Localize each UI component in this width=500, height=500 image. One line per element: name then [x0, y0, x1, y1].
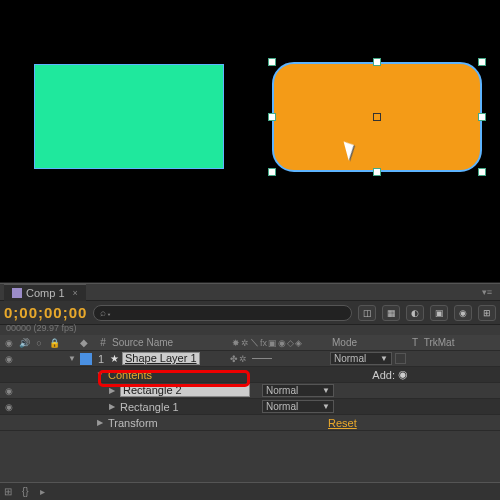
timeline-footer: ⊞ {} ▸: [0, 482, 500, 500]
twirl-right-icon[interactable]: ▶: [104, 402, 120, 411]
motion-blur-button[interactable]: ◉: [454, 305, 472, 321]
blend-mode-dropdown[interactable]: Normal ▼: [262, 384, 334, 397]
toggle-pane-icon[interactable]: ▸: [40, 486, 52, 498]
solo-toggle[interactable]: [32, 353, 46, 365]
transform-group-row[interactable]: ▶ Transform Reset: [0, 415, 500, 431]
graph-editor-button[interactable]: ⊞: [478, 305, 496, 321]
add-menu-button[interactable]: ◉: [398, 368, 408, 381]
frames-label: 00000 (29.97 fps): [0, 323, 500, 333]
label-column-icon: ◆: [80, 337, 94, 348]
comp-tab[interactable]: Comp 1 ×: [4, 284, 86, 301]
anchor-point[interactable]: [373, 113, 381, 121]
rectangle-2-row[interactable]: ◉ ▶ Rectangle 2 Normal ▼: [0, 383, 500, 399]
twirl-down-icon[interactable]: ▼: [92, 370, 108, 379]
chevron-down-icon: ▼: [380, 354, 388, 363]
layer-name[interactable]: Shape Layer 1: [122, 352, 200, 365]
header-trkmat: TrkMat: [424, 337, 455, 348]
selection-handle[interactable]: [268, 58, 276, 66]
shape-group-name[interactable]: Rectangle 2: [120, 384, 250, 397]
draft3d-button[interactable]: ▦: [382, 305, 400, 321]
shy-button[interactable]: ◐: [406, 305, 424, 321]
shape-group-name[interactable]: Rectangle 1: [120, 401, 250, 413]
timeline-controls: 0;00;00;00 ⌕▾ ◫ ▦ ◐ ▣ ◉ ⊞: [0, 301, 500, 325]
column-headers: ◉ 🔊 ○ 🔒 ◆ # Source Name ✸✲＼fx▣◉◇◈ Mode T…: [0, 335, 500, 351]
mode-value: Normal: [266, 401, 298, 412]
twirl-down-icon[interactable]: ▼: [64, 354, 80, 363]
timeline-panel: Comp 1 × ▾≡ 0;00;00;00 ⌕▾ ◫ ▦ ◐ ▣ ◉ ⊞ 00…: [0, 282, 500, 500]
header-index: #: [94, 337, 112, 348]
contents-group-row[interactable]: ▼ Contents Add: ◉: [0, 367, 500, 383]
video-toggle[interactable]: ◉: [2, 353, 16, 365]
audio-toggle[interactable]: [17, 353, 31, 365]
twirl-right-icon[interactable]: ▶: [104, 386, 120, 395]
selection-handle[interactable]: [373, 58, 381, 66]
chevron-down-icon: ▼: [322, 402, 330, 411]
comp-mini-flowchart-button[interactable]: ◫: [358, 305, 376, 321]
mode-value: Normal: [266, 385, 298, 396]
header-source-name[interactable]: Source Name: [112, 337, 232, 348]
blend-mode-dropdown[interactable]: Normal ▼: [262, 400, 334, 413]
mode-value: Normal: [334, 353, 366, 364]
selection-handle[interactable]: [478, 58, 486, 66]
close-icon[interactable]: ×: [73, 288, 78, 298]
twirl-right-icon[interactable]: ▶: [92, 418, 108, 427]
chevron-down-icon: ▼: [322, 386, 330, 395]
solo-column-icon: ○: [32, 337, 46, 349]
video-column-icon: ◉: [2, 337, 16, 349]
transform-label: Transform: [108, 417, 228, 429]
selection-handle[interactable]: [268, 168, 276, 176]
header-mode: Mode: [332, 337, 412, 348]
layer-color-label[interactable]: [80, 353, 92, 365]
selection-handle[interactable]: [268, 113, 276, 121]
composition-icon: [12, 288, 22, 298]
contents-label: Contents: [108, 369, 228, 381]
blend-mode-dropdown[interactable]: Normal ▼: [330, 352, 392, 365]
selection-handle[interactable]: [478, 168, 486, 176]
comp-tab-label: Comp 1: [26, 287, 65, 299]
selection-handle[interactable]: [373, 168, 381, 176]
video-toggle[interactable]: ◉: [2, 401, 16, 413]
current-timecode[interactable]: 0;00;00;00: [4, 304, 87, 321]
header-t: T: [412, 337, 418, 348]
rectangle-1-row[interactable]: ◉ ▶ Rectangle 1 Normal ▼: [0, 399, 500, 415]
add-label: Add:: [372, 369, 395, 381]
lock-column-icon: 🔒: [47, 337, 61, 349]
frame-blend-button[interactable]: ▣: [430, 305, 448, 321]
panel-menu-icon[interactable]: ▾≡: [482, 287, 492, 297]
video-toggle[interactable]: ◉: [2, 385, 16, 397]
search-icon: ⌕▾: [100, 307, 112, 318]
layer-index: 1: [92, 353, 110, 365]
selection-handle[interactable]: [478, 113, 486, 121]
composition-viewport[interactable]: [0, 0, 500, 282]
brackets-icon[interactable]: {}: [22, 486, 34, 498]
lock-toggle[interactable]: [47, 353, 61, 365]
shape-layer-row[interactable]: ◉ ▼ 1 ★ Shape Layer 1 ✤✲ Normal ▼: [0, 351, 500, 367]
layer-search-input[interactable]: ⌕▾: [93, 305, 352, 321]
audio-column-icon: 🔊: [17, 337, 31, 349]
shape-green-rectangle[interactable]: [34, 64, 224, 169]
switches-header: ✸✲＼fx▣◉◇◈: [232, 336, 332, 349]
reset-button[interactable]: Reset: [328, 417, 357, 429]
shape-layer-icon: ★: [110, 353, 119, 364]
preserve-transparency-toggle[interactable]: [395, 353, 406, 364]
toggle-switches-icon[interactable]: ⊞: [4, 486, 16, 498]
timeline-tab-bar: Comp 1 × ▾≡: [0, 283, 500, 301]
